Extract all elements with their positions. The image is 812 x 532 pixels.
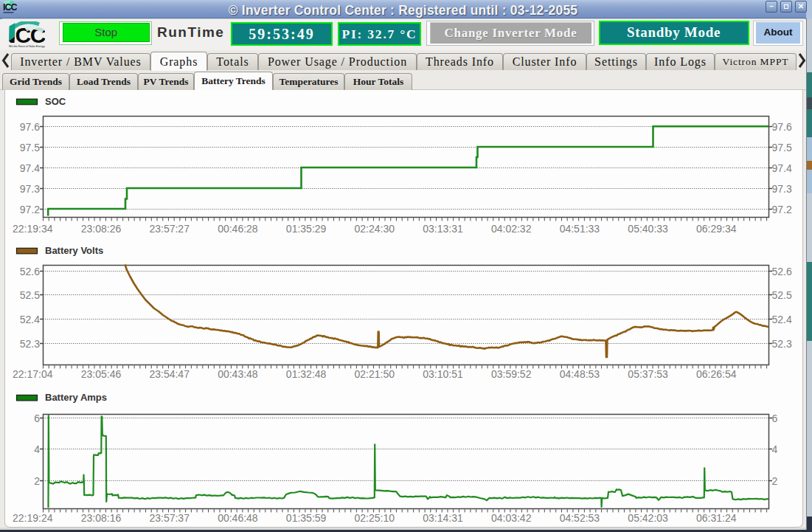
svg-text:00:46:48: 00:46:48 (218, 512, 258, 524)
svg-text:04:51:33: 04:51:33 (560, 223, 600, 235)
svg-text:2: 2 (34, 475, 40, 487)
svg-text:52.5: 52.5 (772, 289, 792, 301)
svg-text:22:19:34: 22:19:34 (13, 223, 53, 235)
svg-text:97.5: 97.5 (20, 142, 40, 153)
svg-text:00:43:48: 00:43:48 (218, 368, 258, 380)
svg-text:52.4: 52.4 (20, 314, 40, 325)
svg-text:Battery Amps: Battery Amps (45, 392, 107, 403)
svg-text:4: 4 (772, 443, 778, 455)
svg-text:02:25:10: 02:25:10 (355, 512, 395, 524)
svg-text:97.6: 97.6 (20, 121, 40, 133)
svg-text:04:03:42: 04:03:42 (491, 512, 532, 524)
svg-text:23:05:46: 23:05:46 (81, 368, 122, 380)
svg-text:23:08:26: 23:08:26 (81, 223, 122, 235)
svg-text:03:13:31: 03:13:31 (423, 223, 463, 235)
svg-text:04:02:32: 04:02:32 (491, 223, 532, 235)
svg-text:97.2: 97.2 (20, 204, 40, 215)
svg-text:23:57:37: 23:57:37 (149, 512, 190, 524)
svg-text:97.2: 97.2 (772, 204, 792, 215)
svg-text:03:10:51: 03:10:51 (423, 368, 463, 380)
svg-text:6: 6 (772, 412, 778, 424)
svg-text:06:31:24: 06:31:24 (696, 512, 737, 524)
svg-text:23:08:16: 23:08:16 (81, 512, 122, 524)
svg-text:05:40:33: 05:40:33 (628, 223, 668, 235)
svg-text:97.6: 97.6 (772, 121, 792, 133)
svg-text:05:42:03: 05:42:03 (628, 512, 668, 524)
svg-text:We the Force of Solar Energy: We the Force of Solar Energy (9, 45, 45, 48)
svg-text:97.4: 97.4 (772, 162, 792, 174)
svg-text:6: 6 (34, 412, 40, 424)
svg-text:97.5: 97.5 (772, 142, 792, 153)
svg-text:01:35:29: 01:35:29 (286, 223, 327, 235)
svg-text:22:19:24: 22:19:24 (13, 512, 53, 524)
svg-text:52.5: 52.5 (20, 289, 40, 301)
svg-text:2: 2 (772, 475, 778, 487)
svg-text:04:48:53: 04:48:53 (560, 368, 600, 380)
svg-text:02:21:50: 02:21:50 (355, 368, 395, 380)
svg-text:52.4: 52.4 (772, 314, 792, 325)
svg-text:97.4: 97.4 (20, 162, 40, 174)
svg-text:4: 4 (34, 443, 40, 455)
svg-text:23:54:47: 23:54:47 (149, 368, 190, 380)
svg-text:52.6: 52.6 (20, 266, 40, 277)
svg-text:06:29:34: 06:29:34 (696, 223, 737, 235)
svg-text:SOC: SOC (45, 96, 66, 107)
svg-text:06:26:54: 06:26:54 (696, 368, 737, 380)
svg-text:Battery Volts: Battery Volts (45, 245, 103, 256)
svg-text:00:46:28: 00:46:28 (218, 223, 258, 235)
svg-text:03:59:52: 03:59:52 (491, 368, 532, 380)
svg-text:03:14:31: 03:14:31 (423, 512, 463, 524)
svg-text:52.6: 52.6 (772, 266, 792, 277)
svg-text:01:35:59: 01:35:59 (286, 512, 327, 524)
svg-text:23:57:27: 23:57:27 (149, 223, 190, 235)
svg-text:52.3: 52.3 (20, 338, 40, 350)
svg-text:02:24:30: 02:24:30 (355, 223, 395, 235)
svg-text:22:17:04: 22:17:04 (13, 368, 53, 380)
svg-text:97.3: 97.3 (20, 183, 40, 195)
svg-text:05:37:53: 05:37:53 (628, 368, 668, 380)
svg-text:04:52:53: 04:52:53 (560, 512, 600, 524)
svg-text:01:32:48: 01:32:48 (286, 368, 327, 380)
svg-text:97.3: 97.3 (772, 183, 792, 195)
svg-text:52.3: 52.3 (772, 338, 792, 350)
